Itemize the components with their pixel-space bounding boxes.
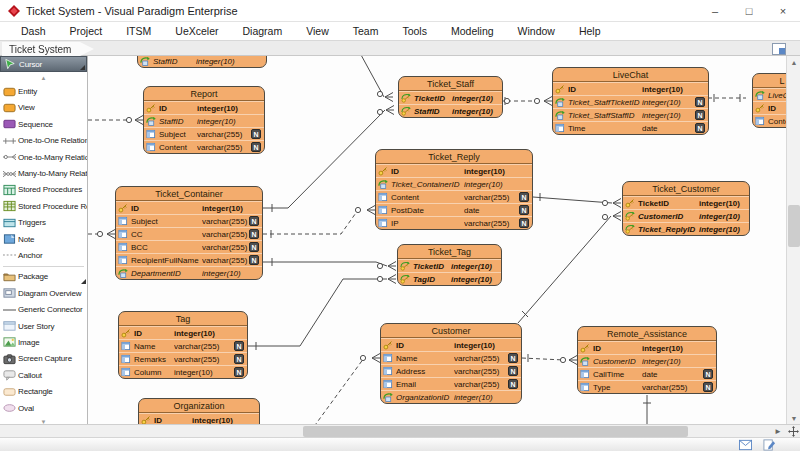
relationship-connector[interactable]: [263, 262, 387, 266]
entity-ticket-container[interactable]: Ticket_ContainerIDinteger(10)Subjectvarc…: [115, 186, 263, 280]
scroll-down-icon[interactable]: ▼: [787, 412, 800, 424]
palette-item-many-to-many-relationship[interactable]: Many-to-Many Relationship: [0, 165, 87, 181]
entity-column-row[interactable]: CustomerIDinteger(10): [578, 354, 716, 367]
scroll-up-icon[interactable]: ▲: [787, 56, 800, 68]
palette-item-user-story[interactable]: User Story: [0, 318, 87, 334]
entity-ticket-staff[interactable]: Ticket_StaffTicketIDinteger(10)StaffIDin…: [398, 76, 503, 118]
palette-item-one-to-one-relationship[interactable]: One-to-One Relationship: [0, 133, 87, 149]
entity-l[interactable]: LLiveChIDConten: [752, 73, 786, 128]
palette-item-stored-procedure-resultset[interactable]: Stored Procedure Resultset: [0, 198, 87, 214]
entity-column-row[interactable]: Emailvarchar(255)N: [381, 377, 521, 390]
entity-column-row[interactable]: Ticket_StaffTicketIDinteger(10)N: [553, 95, 708, 108]
entity-column-row[interactable]: TicketIDinteger(10): [623, 196, 749, 209]
entity-column-row[interactable]: DepartmentIDinteger(10): [116, 266, 262, 279]
entity-column-row[interactable]: IDinteger(10): [139, 413, 259, 424]
entity-column-row[interactable]: ID: [753, 101, 786, 114]
entity-column-row[interactable]: Remarksvarchar(255)N: [119, 352, 247, 365]
entity-column-row[interactable]: IDinteger(10): [578, 341, 716, 354]
menu-itsm[interactable]: ITSM: [115, 25, 164, 37]
relationship-connector[interactable]: [263, 110, 385, 208]
entity-column-row[interactable]: Contentvarchar(255)N: [376, 190, 532, 203]
palette-item-generic-connector[interactable]: Generic Connector: [0, 301, 87, 317]
entity-column-row[interactable]: IDinteger(10): [116, 201, 262, 214]
palette-item-entity[interactable]: Entity: [0, 83, 87, 99]
palette-item-cursor[interactable]: Cursor: [0, 56, 87, 72]
entity-report[interactable]: ReportIDinteger(10)StaffIDinteger(10)Sub…: [143, 86, 265, 154]
menu-uexceler[interactable]: UeXceler: [164, 25, 231, 37]
vertical-scrollbar[interactable]: ▲ ▼: [786, 56, 800, 424]
entity-column-row[interactable]: StaffIDinteger(10): [138, 56, 266, 67]
menu-window[interactable]: Window: [507, 25, 568, 37]
entity-column-row[interactable]: Subjectvarchar(255)N: [144, 127, 264, 140]
entity-column-row[interactable]: RecipientFullNamevarchar(255)N: [116, 253, 262, 266]
entity-column-row[interactable]: CustomerIDinteger(10): [623, 209, 749, 222]
entity-column-row[interactable]: IDinteger(10): [376, 164, 532, 177]
entity-column-row[interactable]: IDinteger(10): [553, 82, 708, 95]
relationship-connector[interactable]: [518, 216, 611, 323]
entity-column-row[interactable]: TicketIDinteger(10): [398, 259, 501, 272]
entity-column-row[interactable]: Columninteger(10)N: [119, 365, 247, 378]
menu-view[interactable]: View: [295, 25, 342, 37]
mail-icon[interactable]: [739, 439, 752, 451]
minimize-button[interactable]: –: [698, 0, 732, 22]
edit-note-icon[interactable]: [763, 439, 776, 451]
menu-tools[interactable]: Tools: [391, 25, 440, 37]
palette-item-view[interactable]: View: [0, 100, 87, 116]
entity-column-row[interactable]: Ticket_ReplyIDinteger(10): [623, 222, 749, 235]
palette-item-note[interactable]: Note: [0, 231, 87, 247]
palette-item-rectangle[interactable]: Rectangle: [0, 383, 87, 399]
entity-column-row[interactable]: IDinteger(10): [119, 326, 247, 339]
diagram-canvas[interactable]: StaffStaffIDinteger(10)ReportIDinteger(1…: [88, 56, 786, 424]
entity-column-row[interactable]: Conten: [753, 114, 786, 127]
palette-item-anchor[interactable]: Anchor: [0, 247, 87, 263]
menu-diagram[interactable]: Diagram: [231, 25, 295, 37]
entity-column-row[interactable]: IDinteger(10): [144, 101, 264, 114]
palette-item-one-to-many-relationship[interactable]: One-to-Many Relationship: [0, 149, 87, 165]
palette-item-oval[interactable]: Oval: [0, 400, 87, 416]
palette-item-sequence[interactable]: Sequence: [0, 116, 87, 132]
palette-item-screen-capture[interactable]: Screen Capture: [0, 351, 87, 367]
palette-item-callout[interactable]: Callout: [0, 367, 87, 383]
close-button[interactable]: ×: [766, 0, 800, 22]
palette-item-diagram-overview[interactable]: Diagram Overview: [0, 285, 87, 301]
entity-column-row[interactable]: Typevarchar(255)N: [578, 380, 716, 393]
entity-column-row[interactable]: TimedateN: [553, 121, 708, 134]
entity-column-row[interactable]: TagIDinteger(10): [398, 272, 501, 285]
palette-item-stored-procedures[interactable]: Stored Procedures: [0, 182, 87, 198]
palette-item-triggers[interactable]: Triggers: [0, 215, 87, 231]
entity-column-row[interactable]: TicketIDinteger(10): [399, 91, 502, 104]
vertical-scrollbar-thumb[interactable]: [788, 205, 800, 247]
relationship-connector-dashed[interactable]: [263, 210, 358, 234]
entity-tag[interactable]: TagIDinteger(10)Namevarchar(255)NRemarks…: [118, 311, 248, 379]
entity-column-row[interactable]: PostDatedateN: [376, 203, 532, 216]
menu-modeling[interactable]: Modeling: [440, 25, 507, 37]
relationship-connector[interactable]: [533, 197, 612, 203]
relationship-connector-dashed[interactable]: [310, 358, 364, 424]
entity-column-row[interactable]: StaffIDinteger(10): [399, 104, 502, 117]
entity-column-row[interactable]: Contentvarchar(255)N: [144, 140, 264, 153]
entity-ticket-customer[interactable]: Ticket_CustomerTicketIDinteger(10)Custom…: [622, 181, 750, 236]
entity-column-row[interactable]: OrganizationIDinteger(10): [381, 390, 521, 403]
entity-ticket-reply[interactable]: Ticket_ReplyIDinteger(10)Ticket_Containe…: [375, 149, 533, 230]
menu-team[interactable]: Team: [342, 25, 392, 37]
maximize-button[interactable]: □: [732, 0, 766, 22]
palette-scroll-down[interactable]: ▼: [0, 416, 87, 424]
menu-dash[interactable]: Dash: [10, 25, 59, 37]
entity-column-row[interactable]: Namevarchar(255)N: [381, 351, 521, 364]
relationship-connector[interactable]: [354, 56, 384, 97]
panel-toggle-icon[interactable]: [772, 43, 786, 55]
entity-customer[interactable]: CustomerIDinteger(10)Namevarchar(255)NAd…: [380, 323, 522, 404]
entity-column-row[interactable]: IPvarchar(255)N: [376, 216, 532, 229]
entity-column-row[interactable]: LiveCh: [753, 88, 786, 101]
palette-scroll-up[interactable]: ▲: [0, 72, 87, 83]
horizontal-scrollbar-thumb[interactable]: [303, 426, 688, 437]
tab-ticket-system[interactable]: Ticket System: [2, 42, 94, 56]
entity-column-row[interactable]: BCCvarchar(255)N: [116, 240, 262, 253]
entity-column-row[interactable]: Subjectvarchar(255)N: [116, 214, 262, 227]
menu-help[interactable]: Help: [568, 25, 614, 37]
entity-column-row[interactable]: IDinteger(10): [381, 338, 521, 351]
entity-remote-assistance[interactable]: Remote_AssistanceIDinteger(10)CustomerID…: [577, 326, 717, 394]
relationship-connector[interactable]: [248, 279, 387, 346]
entity-organization[interactable]: OrganizationIDinteger(10)Namevarchar(255…: [138, 398, 260, 424]
entity-staff[interactable]: StaffStaffIDinteger(10): [137, 56, 267, 68]
